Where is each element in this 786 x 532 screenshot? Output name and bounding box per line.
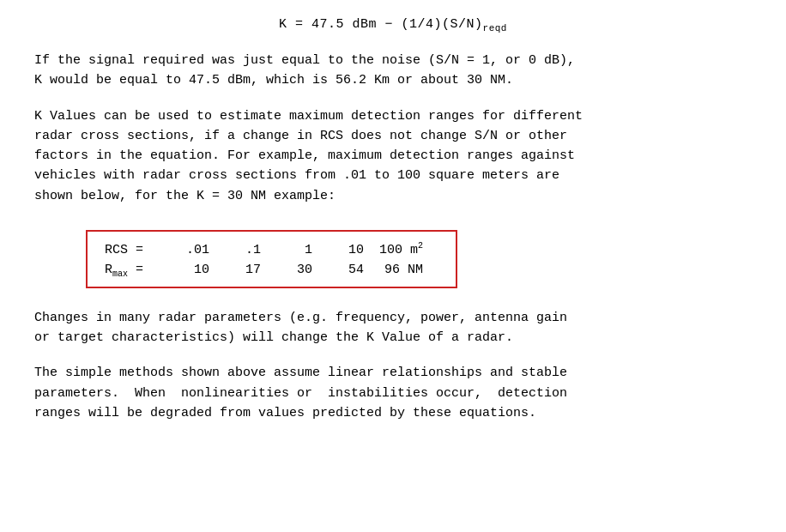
rmax-value-5: 96 NM: [379, 260, 438, 280]
rcs-table-box: RCS = .01 .1 1 10 100 m2 Rmax = 10 17 30…: [86, 230, 457, 288]
formula-display: K = 47.5 dBm − (1/4)(S/N)reqd: [34, 17, 752, 33]
table-row-rmax: Rmax = 10 17 30 54 96 NM: [105, 260, 438, 280]
formula-text: K = 47.5 dBm − (1/4)(S/N)reqd: [279, 17, 507, 32]
formula-subscript: reqd: [483, 23, 507, 33]
paragraph2-text: K Values can be used to estimate maximum…: [34, 109, 583, 203]
rmax-r: Rmax =: [105, 263, 143, 277]
paragraph-radar-params: Changes in many radar parameters (e.g. f…: [34, 308, 752, 348]
rmax-label: Rmax =: [105, 260, 173, 280]
rmax-value-1: 10: [173, 260, 225, 280]
paragraph-simple-methods: The simple methods shown above assume li…: [34, 363, 752, 423]
rmax-subscript: max: [112, 269, 128, 279]
rcs-table: RCS = .01 .1 1 10 100 m2 Rmax = 10 17 30…: [105, 239, 438, 280]
table-row-rcs: RCS = .01 .1 1 10 100 m2: [105, 239, 438, 260]
rmax-value-2: 17: [225, 260, 276, 280]
rcs-label: RCS =: [105, 239, 173, 260]
paragraph-signal-noise: If the signal required was just equal to…: [34, 51, 752, 91]
rcs-value-3: 1: [276, 239, 328, 260]
rcs-value-5: 100 m2: [379, 239, 438, 260]
paragraph-k-values: K Values can be used to estimate maximum…: [34, 106, 752, 206]
rcs-value-4: 10: [328, 239, 379, 260]
rcs-value-2: .1: [225, 239, 276, 260]
rmax-value-4: 54: [328, 260, 379, 280]
paragraph1-text: If the signal required was just equal to…: [34, 53, 575, 88]
rmax-value-3: 30: [276, 260, 328, 280]
paragraph3-text: Changes in many radar parameters (e.g. f…: [34, 311, 567, 345]
m2-superscript: 2: [418, 241, 423, 251]
rcs-value-1: .01: [173, 239, 225, 260]
paragraph4-text: The simple methods shown above assume li…: [34, 366, 567, 420]
